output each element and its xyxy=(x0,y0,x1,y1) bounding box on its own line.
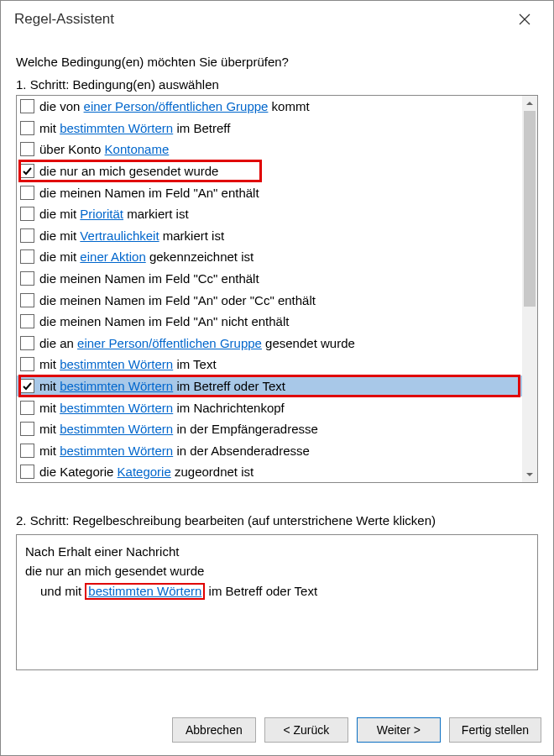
wizard-question: Welche Bedingung(en) möchten Sie überprü… xyxy=(16,55,538,69)
condition-text: mit bestimmten Wörtern im Betreff xyxy=(39,121,230,135)
next-button[interactable]: Weiter > xyxy=(357,717,441,743)
rules-wizard-window: Regel-Assistent Welche Bedingung(en) möc… xyxy=(0,0,554,756)
condition-text: die meinen Namen im Feld "An" oder "Cc" … xyxy=(39,293,316,307)
condition-row[interactable]: die von einer Person/öffentlichen Gruppe… xyxy=(17,96,522,118)
wizard-content: Welche Bedingung(en) möchten Sie überprü… xyxy=(1,38,553,705)
condition-text: die mit einer Aktion gekennzeichnet ist xyxy=(39,249,253,264)
condition-value-link[interactable]: bestimmten Wörtern xyxy=(60,401,173,415)
condition-checkbox[interactable] xyxy=(20,164,34,178)
condition-checkbox[interactable] xyxy=(20,99,34,113)
condition-text: die nur an mich gesendet wurde xyxy=(39,164,218,178)
button-bar: Abbrechen < Zurück Weiter > Fertig stell… xyxy=(1,705,553,755)
condition-value-link[interactable]: bestimmten Wörtern xyxy=(60,422,173,436)
finish-button[interactable]: Fertig stellen xyxy=(449,717,541,743)
condition-text: mit bestimmten Wörtern in der Empfängera… xyxy=(39,422,318,436)
condition-checkbox[interactable] xyxy=(20,357,34,371)
close-icon xyxy=(519,13,530,25)
scrollbar-thumb[interactable] xyxy=(524,111,536,307)
conditions-listbox: die von einer Person/öffentlichen Gruppe… xyxy=(16,95,538,483)
condition-row[interactable]: die nur an mich gesendet wurde xyxy=(17,160,522,182)
condition-value-link[interactable]: einer Aktion xyxy=(80,249,145,264)
rule-description: Nach Erhalt einer Nachricht die nur an m… xyxy=(25,542,529,601)
chevron-up-icon xyxy=(525,99,534,108)
condition-row[interactable]: mit bestimmten Wörtern in der Empfängera… xyxy=(17,418,522,440)
condition-value-link[interactable]: Kontoname xyxy=(105,142,170,156)
back-button[interactable]: < Zurück xyxy=(264,717,348,743)
desc-line3-prefix: und mit xyxy=(40,584,85,598)
condition-row[interactable]: die meinen Namen im Feld "An" nicht enth… xyxy=(17,311,522,333)
condition-row[interactable]: über Konto Kontoname xyxy=(17,139,522,160)
condition-text: mit bestimmten Wörtern im Betreff oder T… xyxy=(39,379,285,393)
condition-checkbox[interactable] xyxy=(20,293,34,307)
condition-checkbox[interactable] xyxy=(20,465,34,479)
condition-row[interactable]: mit bestimmten Wörtern im Betreff xyxy=(17,118,522,139)
condition-row[interactable]: die Kategorie Kategorie zugeordnet ist xyxy=(17,461,522,482)
condition-text: mit bestimmten Wörtern im Nachrichtenkop… xyxy=(39,401,285,415)
condition-checkbox[interactable] xyxy=(20,186,34,200)
scroll-down-button[interactable] xyxy=(522,467,537,482)
condition-row[interactable]: die mit einer Aktion gekennzeichnet ist xyxy=(17,246,522,268)
condition-row[interactable]: mit bestimmten Wörtern in der Absenderad… xyxy=(17,440,522,462)
step2-label: 2. Schritt: Regelbeschreibung bearbeiten… xyxy=(16,513,538,528)
scrollbar-track[interactable] xyxy=(522,111,537,467)
condition-checkbox[interactable] xyxy=(20,249,34,264)
condition-value-link[interactable]: bestimmten Wörtern xyxy=(60,121,173,135)
desc-line3-suffix: im Betreff oder Text xyxy=(205,584,317,598)
condition-row[interactable]: die meinen Namen im Feld "An" oder "Cc" … xyxy=(17,289,522,311)
condition-text: die meinen Namen im Feld "Cc" enthält xyxy=(39,271,259,286)
condition-value-link[interactable]: Kategorie xyxy=(118,465,171,479)
condition-row[interactable]: die mit Vertraulichkeit markiert ist xyxy=(17,225,522,247)
condition-text: mit bestimmten Wörtern in der Absenderad… xyxy=(39,444,310,458)
desc-line-2: die nur an mich gesendet wurde xyxy=(25,561,529,580)
condition-text: über Konto Kontoname xyxy=(39,142,169,156)
desc-link-highlight: bestimmten Wörtern xyxy=(85,583,205,601)
condition-checkbox[interactable] xyxy=(20,271,34,286)
titlebar: Regel-Assistent xyxy=(1,1,553,38)
condition-checkbox[interactable] xyxy=(20,379,34,393)
step1-label: 1. Schritt: Bedingung(en) auswählen xyxy=(16,77,538,92)
condition-row[interactable]: mit bestimmten Wörtern im Nachrichtenkop… xyxy=(17,396,522,418)
condition-checkbox[interactable] xyxy=(20,142,34,156)
condition-text: die mit Priorität markiert ist xyxy=(39,207,189,221)
conditions-list[interactable]: die von einer Person/öffentlichen Gruppe… xyxy=(17,96,522,482)
condition-row[interactable]: mit bestimmten Wörtern im Text xyxy=(17,354,522,375)
condition-row[interactable]: die an einer Person/öffentlichen Gruppe … xyxy=(17,333,522,354)
condition-text: die meinen Namen im Feld "An" nicht enth… xyxy=(39,314,289,328)
desc-line-1: Nach Erhalt einer Nachricht xyxy=(25,542,529,561)
condition-checkbox[interactable] xyxy=(20,207,34,221)
condition-value-link[interactable]: Vertraulichkeit xyxy=(80,228,159,243)
scroll-up-button[interactable] xyxy=(522,96,537,111)
chevron-down-icon xyxy=(525,470,534,479)
scrollbar[interactable] xyxy=(522,96,537,482)
condition-checkbox[interactable] xyxy=(20,422,34,436)
condition-row[interactable]: die meinen Namen im Feld "An" enthält xyxy=(17,181,522,203)
condition-checkbox[interactable] xyxy=(20,444,34,458)
condition-text: die mit Vertraulichkeit markiert ist xyxy=(39,228,224,243)
window-title: Regel-Assistent xyxy=(14,11,508,28)
condition-value-link[interactable]: einer Person/öffentlichen Gruppe xyxy=(77,336,262,350)
cancel-button[interactable]: Abbrechen xyxy=(172,717,256,743)
condition-value-link[interactable]: bestimmten Wörtern xyxy=(60,444,173,458)
condition-row[interactable]: die meinen Namen im Feld "Cc" enthält xyxy=(17,268,522,290)
rule-description-box: Nach Erhalt einer Nachricht die nur an m… xyxy=(16,534,538,670)
desc-line-3: und mit bestimmten Wörtern im Betreff od… xyxy=(25,581,529,601)
condition-checkbox[interactable] xyxy=(20,314,34,328)
condition-checkbox[interactable] xyxy=(20,121,34,135)
condition-checkbox[interactable] xyxy=(20,336,34,350)
desc-edit-link[interactable]: bestimmten Wörtern xyxy=(88,584,201,598)
condition-value-link[interactable]: Priorität xyxy=(80,207,123,221)
condition-row[interactable]: die mit Priorität markiert ist xyxy=(17,203,522,225)
condition-checkbox[interactable] xyxy=(20,401,34,415)
condition-value-link[interactable]: bestimmten Wörtern xyxy=(60,379,173,393)
condition-text: die Kategorie Kategorie zugeordnet ist xyxy=(39,465,253,479)
condition-text: die meinen Namen im Feld "An" enthält xyxy=(39,186,259,200)
condition-text: mit bestimmten Wörtern im Text xyxy=(39,357,217,371)
condition-value-link[interactable]: bestimmten Wörtern xyxy=(60,357,173,371)
condition-value-link[interactable]: einer Person/öffentlichen Gruppe xyxy=(84,99,269,113)
close-button[interactable] xyxy=(508,6,541,33)
condition-checkbox[interactable] xyxy=(20,228,34,243)
condition-text: die an einer Person/öffentlichen Gruppe … xyxy=(39,336,355,350)
condition-row[interactable]: mit bestimmten Wörtern im Betreff oder T… xyxy=(17,375,522,397)
condition-text: die von einer Person/öffentlichen Gruppe… xyxy=(39,99,310,113)
